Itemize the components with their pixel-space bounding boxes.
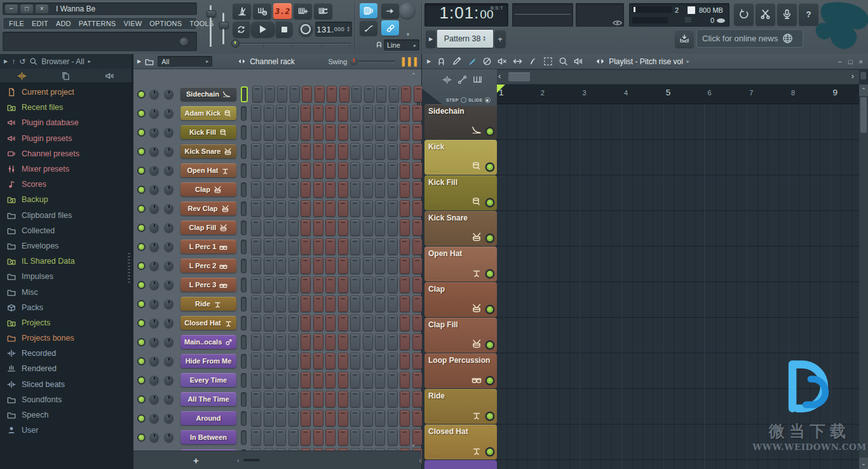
caret-down-icon[interactable]: ▼: [405, 32, 410, 37]
track-enable-led[interactable]: [487, 449, 493, 455]
channel-button[interactable]: Every Time: [180, 373, 236, 387]
step-cell[interactable]: [338, 124, 348, 140]
channel-button[interactable]: All The Time: [180, 392, 236, 406]
step-cell[interactable]: [375, 143, 385, 160]
step-cell[interactable]: [252, 86, 262, 102]
track-enable-led[interactable]: [487, 342, 493, 348]
eye-icon[interactable]: [613, 20, 622, 26]
track-options-dots[interactable]: ...: [430, 415, 438, 422]
step-cell[interactable]: [412, 410, 423, 426]
step-cell[interactable]: [288, 105, 299, 121]
channel-selector[interactable]: [241, 297, 247, 311]
step-cell[interactable]: [400, 372, 410, 388]
step-cell[interactable]: [288, 296, 299, 312]
step-cell[interactable]: [338, 219, 348, 236]
channel-enable-led[interactable]: [139, 206, 144, 212]
track-enable-led[interactable]: [487, 200, 493, 206]
step-cell[interactable]: [288, 219, 299, 236]
playlist-track-header[interactable]: Open Hat ...: [424, 247, 497, 282]
step-cell[interactable]: [350, 181, 360, 198]
step-cell[interactable]: [276, 162, 286, 179]
step-cell[interactable]: [338, 315, 348, 331]
step-cell[interactable]: [350, 105, 360, 121]
step-cell[interactable]: [276, 353, 286, 369]
step-cell[interactable]: [325, 372, 336, 388]
swing-slider-thumb[interactable]: [350, 57, 358, 65]
step-cell[interactable]: [363, 296, 373, 312]
playlist-track-header[interactable]: Kick Fill ...: [424, 175, 497, 210]
channel-selector[interactable]: [241, 354, 247, 369]
step-cell[interactable]: [251, 143, 261, 160]
rack-scroll-up-icon[interactable]: ⌃: [411, 72, 416, 79]
track-options-dots[interactable]: ...: [430, 130, 438, 137]
step-cell[interactable]: [288, 143, 299, 160]
channel-volume-knob[interactable]: [164, 90, 173, 99]
step-cell[interactable]: [276, 410, 286, 426]
scroll-down-icon[interactable]: ⌄: [859, 458, 868, 469]
channel-button[interactable]: Clap: [180, 182, 236, 196]
step-cell[interactable]: [251, 105, 261, 121]
step-cell[interactable]: [388, 353, 398, 369]
step-cell[interactable]: [288, 372, 299, 388]
step-cell[interactable]: [313, 276, 323, 293]
step-cell[interactable]: [388, 181, 398, 198]
step-cell[interactable]: [350, 162, 360, 179]
playlist-track-header[interactable]: Kick ...: [424, 140, 497, 175]
step-cell[interactable]: [288, 200, 299, 217]
step-cell[interactable]: [388, 429, 398, 445]
step-cell[interactable]: [338, 162, 348, 179]
menu-item-view[interactable]: VIEW: [119, 20, 146, 27]
channel-enable-led[interactable]: [139, 416, 144, 421]
step-cell[interactable]: [375, 296, 385, 312]
step-cell[interactable]: [251, 391, 261, 407]
step-cell[interactable]: [251, 429, 261, 445]
step-cell[interactable]: [251, 219, 261, 236]
channel-pan-knob[interactable]: [149, 128, 159, 137]
pattern-add-button[interactable]: +: [494, 30, 506, 48]
step-cell[interactable]: [288, 162, 299, 179]
step-cell[interactable]: [251, 353, 261, 369]
step-cell[interactable]: [288, 353, 299, 369]
track-enable-led[interactable]: [487, 128, 493, 135]
channel-pan-knob[interactable]: [149, 90, 159, 99]
channel-pan-knob[interactable]: [149, 433, 159, 442]
step-cell[interactable]: [301, 257, 311, 274]
step-cell[interactable]: [400, 334, 410, 350]
channel-pan-knob[interactable]: [149, 261, 159, 271]
step-cell[interactable]: [388, 334, 398, 350]
channel-enable-led[interactable]: [139, 149, 144, 154]
step-slide-toggles[interactable]: STEP SLIDE: [446, 97, 491, 103]
step-cell[interactable]: [313, 353, 323, 369]
step-toggle[interactable]: [461, 97, 466, 103]
channel-selector[interactable]: [241, 335, 247, 350]
channel-volume-knob[interactable]: [164, 280, 173, 290]
step-cell[interactable]: [350, 353, 360, 369]
loop-record-button[interactable]: [314, 3, 332, 19]
browser-title[interactable]: Browser - All: [41, 57, 84, 66]
step-cell[interactable]: [277, 86, 287, 102]
track-options-dots[interactable]: ...: [430, 379, 438, 386]
channel-volume-knob[interactable]: [164, 147, 173, 156]
channel-enable-led[interactable]: [139, 301, 144, 307]
step-cell[interactable]: [338, 200, 348, 217]
step-cell[interactable]: [325, 162, 336, 179]
track-options-dots[interactable]: ...: [430, 237, 438, 244]
step-cell[interactable]: [313, 219, 323, 236]
step-cell[interactable]: [350, 257, 360, 274]
step-cell[interactable]: [400, 238, 410, 255]
snap-magnet-icon[interactable]: [437, 57, 446, 66]
scroll-up-icon[interactable]: ⌃: [859, 85, 868, 96]
channel-enable-led[interactable]: [139, 244, 144, 250]
time-display[interactable]: 1:01: 00 B:S:T: [424, 3, 508, 27]
track-enable-led[interactable]: [487, 306, 493, 313]
browser-item[interactable]: Rendered: [0, 361, 132, 376]
step-cell[interactable]: [251, 410, 261, 426]
step-cell[interactable]: [412, 296, 423, 312]
step-cell[interactable]: [264, 162, 274, 179]
channel-pan-knob[interactable]: [149, 357, 159, 366]
channel-volume-knob[interactable]: [164, 128, 173, 137]
step-cell[interactable]: [375, 105, 385, 121]
step-cell[interactable]: [301, 124, 311, 140]
step-cell[interactable]: [412, 391, 423, 407]
step-cell[interactable]: [375, 429, 385, 445]
